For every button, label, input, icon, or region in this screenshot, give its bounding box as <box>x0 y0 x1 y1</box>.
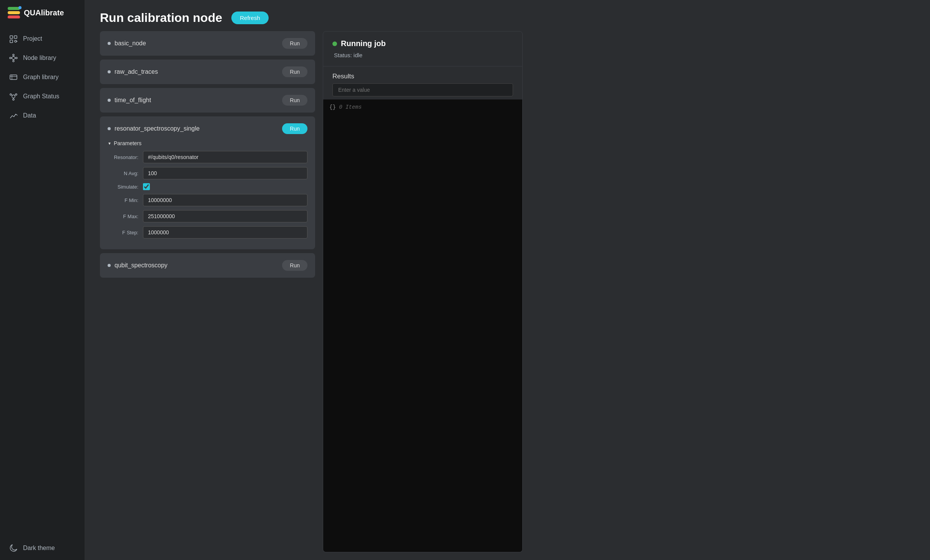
main-content: Run calibration node Refresh basic_node … <box>85 0 930 560</box>
running-job-header: Running job <box>332 39 513 48</box>
svg-point-7 <box>10 57 11 59</box>
graph-status-icon <box>9 92 18 101</box>
running-job-title: Running job <box>341 39 386 48</box>
svg-rect-2 <box>10 40 13 43</box>
node-bullet-raw-adc-traces <box>108 70 111 73</box>
results-empty-label: 0 Items <box>339 104 362 110</box>
run-button-resonator-spectroscopy[interactable]: Run <box>282 123 307 134</box>
logo-bar-yellow <box>8 11 20 14</box>
logo-area: QUAlibrate <box>0 0 85 25</box>
svg-point-18 <box>15 94 17 95</box>
svg-point-6 <box>13 60 14 62</box>
data-icon <box>9 111 18 120</box>
node-card-header-raw-adc-traces: raw_adc_traces Run <box>108 66 307 77</box>
sidebar-item-label-graph-status: Graph Status <box>23 93 59 100</box>
logo-bar-red <box>7 15 20 18</box>
results-search-input[interactable] <box>332 83 513 96</box>
page-header: Run calibration node Refresh <box>85 0 930 31</box>
dark-theme-icon <box>9 544 18 552</box>
node-title-row-resonator-spectroscopy: resonator_spectroscopy_single <box>108 125 199 132</box>
sidebar-item-label-node-library: Node library <box>23 55 56 61</box>
node-title-row-qubit-spectroscopy: qubit_spectroscopy <box>108 262 168 269</box>
param-input-f-min[interactable] <box>143 194 307 206</box>
run-button-basic-node[interactable]: Run <box>282 38 307 49</box>
param-label-simulate: Simulate: <box>108 184 138 190</box>
param-label-f-max: F Max: <box>108 214 138 219</box>
node-bullet-time-of-flight <box>108 99 111 102</box>
node-card-basic-node: basic_node Run <box>100 31 315 56</box>
param-label-resonator: Resonator: <box>108 154 138 160</box>
node-name-resonator-spectroscopy: resonator_spectroscopy_single <box>115 125 199 132</box>
node-title-row-basic-node: basic_node <box>108 40 146 47</box>
results-body: {} 0 Items <box>323 99 522 552</box>
refresh-button[interactable]: Refresh <box>231 12 269 24</box>
param-row-f-max: F Max: <box>108 210 307 222</box>
node-card-qubit-spectroscopy: qubit_spectroscopy Run <box>100 253 315 278</box>
node-card-header-resonator-spectroscopy: resonator_spectroscopy_single Run <box>108 123 307 134</box>
run-button-raw-adc-traces[interactable]: Run <box>282 66 307 77</box>
node-name-qubit-spectroscopy: qubit_spectroscopy <box>115 262 168 269</box>
node-card-header-basic-node: basic_node Run <box>108 38 307 49</box>
logo-icon <box>8 7 20 18</box>
node-title-row-time-of-flight: time_of_flight <box>108 97 151 104</box>
params-toggle[interactable]: ▼ Parameters <box>108 140 307 146</box>
param-input-f-step[interactable] <box>143 226 307 239</box>
svg-point-5 <box>13 54 14 56</box>
svg-rect-0 <box>10 36 13 38</box>
app-name: QUAlibrate <box>24 8 64 17</box>
sidebar-footer-dark-theme[interactable]: Dark theme <box>0 536 85 560</box>
node-bullet-qubit-spectroscopy <box>108 264 111 267</box>
node-title-row-raw-adc-traces: raw_adc_traces <box>108 68 158 75</box>
param-checkbox-simulate[interactable] <box>143 183 150 190</box>
status-value: idle <box>354 52 362 58</box>
sidebar: QUAlibrate Project <box>0 0 85 560</box>
nav-items: Project Node library <box>0 25 85 536</box>
svg-point-4 <box>12 56 15 60</box>
param-row-simulate: Simulate: <box>108 183 307 190</box>
param-row-f-min: F Min: <box>108 194 307 206</box>
param-input-n-avg[interactable] <box>143 167 307 179</box>
run-button-time-of-flight[interactable]: Run <box>282 95 307 106</box>
status-text: Status: idle <box>332 52 513 58</box>
logo-dot-blue <box>18 6 22 9</box>
sidebar-item-graph-library[interactable]: Graph library <box>0 68 85 87</box>
param-input-f-max[interactable] <box>143 210 307 222</box>
node-bullet-resonator-spectroscopy <box>108 127 111 130</box>
sidebar-item-graph-status[interactable]: Graph Status <box>0 87 85 106</box>
node-bullet-basic-node <box>108 42 111 45</box>
param-label-f-min: F Min: <box>108 197 138 203</box>
svg-rect-1 <box>14 36 17 38</box>
node-name-raw-adc-traces: raw_adc_traces <box>115 68 158 75</box>
svg-point-19 <box>13 99 14 100</box>
sidebar-item-node-library[interactable]: Node library <box>0 48 85 68</box>
svg-rect-13 <box>10 75 17 80</box>
page-title: Run calibration node <box>100 11 222 25</box>
params-label: Parameters <box>114 140 141 146</box>
node-name-basic-node: basic_node <box>115 40 146 47</box>
node-list: basic_node Run raw_adc_traces Run <box>100 31 315 552</box>
params-section: ▼ Parameters Resonator: N Avg: <box>108 140 307 239</box>
node-name-time-of-flight: time_of_flight <box>115 97 151 104</box>
sidebar-item-label-graph-library: Graph library <box>23 74 58 81</box>
param-label-n-avg: N Avg: <box>108 171 138 176</box>
sidebar-item-data[interactable]: Data <box>0 106 85 125</box>
content-area: basic_node Run raw_adc_traces Run <box>85 31 930 560</box>
param-input-resonator[interactable] <box>143 151 307 163</box>
results-card: Results {} 0 Items <box>323 66 523 552</box>
svg-point-17 <box>10 94 12 95</box>
right-panel: Running job Status: idle Results {} 0 It… <box>323 31 523 552</box>
node-library-icon <box>9 54 18 62</box>
param-label-f-step: F Step: <box>108 230 138 235</box>
param-row-f-step: F Step: <box>108 226 307 239</box>
svg-point-8 <box>16 57 17 59</box>
results-header: Results <box>323 66 522 83</box>
run-button-qubit-spectroscopy[interactable]: Run <box>282 260 307 271</box>
sidebar-item-project[interactable]: Project <box>0 29 85 48</box>
node-card-header-time-of-flight: time_of_flight Run <box>108 95 307 106</box>
sidebar-item-label-data: Data <box>23 112 36 119</box>
params-toggle-icon: ▼ <box>108 141 111 146</box>
param-row-n-avg: N Avg: <box>108 167 307 179</box>
node-card-time-of-flight: time_of_flight Run <box>100 88 315 113</box>
param-row-resonator: Resonator: <box>108 151 307 163</box>
node-card-header-qubit-spectroscopy: qubit_spectroscopy Run <box>108 260 307 271</box>
